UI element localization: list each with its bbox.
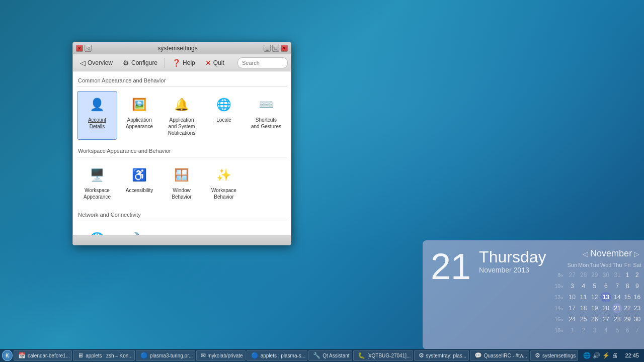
- taskbar-clock[interactable]: 22:45: [622, 352, 642, 358]
- close-button[interactable]: ✕: [76, 45, 83, 52]
- calendar-day-number: 21: [431, 248, 471, 285]
- workspace-items-grid: 🖥️ WorkspaceAppearance ♿ Accessibility 🪟…: [77, 161, 287, 204]
- cal-day-23[interactable]: 23: [633, 303, 641, 313]
- cal-day-30[interactable]: 30: [633, 314, 641, 324]
- cal-day-1-dec[interactable]: 1: [567, 325, 577, 335]
- shortcuts-label: Shortcutsand Gestures: [251, 117, 281, 130]
- battery-tray-icon[interactable]: ⚡: [602, 352, 610, 359]
- cal-day-22[interactable]: 22: [623, 303, 631, 313]
- close-button-right[interactable]: ✕: [281, 45, 288, 52]
- network-section-header: Network and Connectivity: [77, 210, 287, 221]
- workspace-behavior-item[interactable]: ✨ WorkspaceBehavior: [204, 161, 244, 204]
- cal-day-24[interactable]: 24: [567, 314, 577, 324]
- shortcuts-gestures-item[interactable]: ⌨️ Shortcutsand Gestures: [246, 91, 286, 140]
- window-behavior-item[interactable]: 🪟 WindowBehavior: [162, 161, 202, 204]
- taskbar-item-plasma[interactable]: 🔵 plasma3-turing.pr...: [136, 350, 195, 361]
- window-titlebar: ✕ ◁ systemsettings _ □ ✕: [73, 42, 291, 54]
- cal-day-3[interactable]: 3: [567, 281, 577, 291]
- taskbar-item-qt[interactable]: 🔧 Qt Assistant: [308, 350, 352, 361]
- network-tray-icon[interactable]: 🌐: [583, 352, 591, 359]
- taskbar-item-systemsettings[interactable]: ⚙ systemsettings: [530, 350, 578, 361]
- workspace-behavior-icon: ✨: [214, 165, 234, 185]
- cal-day-4-dec[interactable]: 4: [600, 325, 611, 335]
- cal-day-11[interactable]: 11: [578, 292, 589, 302]
- applets2-icon: 🔵: [251, 352, 259, 359]
- cal-day-28-oct[interactable]: 28: [578, 270, 589, 280]
- cal-day-2[interactable]: 2: [633, 270, 641, 280]
- shortcuts-icon: ⌨️: [256, 95, 276, 115]
- cal-day-5-dec[interactable]: 5: [612, 325, 622, 335]
- cal-day-6-dec[interactable]: 6: [623, 325, 631, 335]
- cal-day-27[interactable]: 27: [600, 314, 611, 324]
- taskbar-item-quassel[interactable]: 💬 QuasselIRC - #tw...: [470, 350, 529, 361]
- cal-day-2-dec[interactable]: 2: [578, 325, 589, 335]
- cal-day-12[interactable]: 12: [590, 292, 599, 302]
- maximize-button[interactable]: □: [272, 45, 279, 52]
- cal-day-28[interactable]: 28: [612, 314, 622, 324]
- cal-day-20[interactable]: 20: [600, 303, 611, 313]
- cal-day-25[interactable]: 25: [578, 314, 589, 324]
- app-appearance-label: ApplicationAppearance: [126, 117, 153, 130]
- locale-icon: 🌐: [214, 95, 234, 115]
- cal-day-21-selected[interactable]: 21: [612, 303, 622, 313]
- cal-day-29[interactable]: 29: [623, 314, 631, 324]
- cal-day-14[interactable]: 14: [612, 292, 622, 302]
- cal-day-7-dec[interactable]: 7: [633, 325, 641, 335]
- cal-day-3-dec[interactable]: 3: [590, 325, 599, 335]
- cal-day-19[interactable]: 19: [590, 303, 599, 313]
- next-month-button[interactable]: ▷: [632, 249, 641, 259]
- account-details-item[interactable]: 👤 AccountDetails: [77, 91, 117, 140]
- locale-item[interactable]: 🌐 Locale: [204, 91, 244, 140]
- cal-day-7[interactable]: 7: [612, 281, 622, 291]
- taskbar-item-systemtray[interactable]: ⚙ systemtray: plas...: [414, 350, 469, 361]
- shade-button[interactable]: ◁: [85, 45, 92, 52]
- cal-day-15[interactable]: 15: [623, 292, 631, 302]
- cal-day-18[interactable]: 18: [578, 303, 589, 313]
- cal-day-10[interactable]: 10: [567, 292, 577, 302]
- help-label: Help: [183, 59, 195, 66]
- start-button[interactable]: K: [2, 350, 13, 361]
- taskbar-item-calendar[interactable]: 📅 calendar-before1...: [14, 350, 72, 361]
- help-icon: ❓: [172, 59, 181, 67]
- calendar-month-year: November 2013: [479, 266, 546, 274]
- taskbar-item-qtbug[interactable]: 🐛 [#QTBUG-27041]...: [353, 350, 413, 361]
- ssl-preferences-item[interactable]: 🔧 SSLPreferences: [119, 225, 159, 235]
- window-behavior-label: WindowBehavior: [172, 187, 191, 200]
- cal-day-8[interactable]: 8: [623, 281, 631, 291]
- cal-day-1[interactable]: 1: [623, 270, 631, 280]
- prev-month-button[interactable]: ◁: [581, 249, 590, 259]
- accessibility-item[interactable]: ♿ Accessibility: [119, 161, 159, 204]
- overview-button[interactable]: ◁ Overview: [76, 57, 117, 69]
- taskbar-item-mykolab[interactable]: ✉ mykolab/private: [196, 350, 246, 361]
- cal-day-5[interactable]: 5: [590, 281, 599, 291]
- cal-day-9[interactable]: 9: [633, 281, 641, 291]
- taskbar-item-applets2[interactable]: 🔵 applets : plasma-s...: [247, 350, 308, 361]
- cal-day-27-oct[interactable]: 27: [567, 270, 577, 280]
- cal-header-mon: Mon: [578, 261, 589, 269]
- accessibility-icon: ♿: [129, 165, 149, 185]
- cal-day-31-oct[interactable]: 31: [612, 270, 622, 280]
- quit-button[interactable]: ✕ Quit: [201, 57, 228, 69]
- network-item[interactable]: 🌐 Network: [77, 225, 117, 235]
- printer-tray-icon[interactable]: 🖨: [612, 352, 618, 359]
- cal-day-13-today[interactable]: 13: [600, 292, 611, 302]
- cal-day-17[interactable]: 17: [567, 303, 577, 313]
- cal-day-26[interactable]: 26: [590, 314, 599, 324]
- search-input[interactable]: [237, 57, 288, 68]
- cal-day-4[interactable]: 4: [578, 281, 589, 291]
- workspace-behavior-label: WorkspaceBehavior: [211, 187, 236, 200]
- configure-button[interactable]: ⚙ Configure: [119, 57, 162, 69]
- cal-day-30-oct[interactable]: 30: [600, 270, 611, 280]
- cal-day-6[interactable]: 6: [600, 281, 611, 291]
- application-system-notifications-item[interactable]: 🔔 Applicationand SystemNotifications: [162, 91, 202, 140]
- cal-day-16[interactable]: 16: [633, 292, 641, 302]
- help-button[interactable]: ❓ Help: [168, 57, 199, 69]
- taskbar-item-terminal[interactable]: 🖥 applets : zsh – Kon...: [73, 350, 134, 361]
- cal-day-29-oct[interactable]: 29: [590, 270, 599, 280]
- minimize-button[interactable]: _: [264, 45, 271, 52]
- plasma-label: plasma3-turing.pr...: [150, 353, 193, 358]
- workspace-appearance-item[interactable]: 🖥️ WorkspaceAppearance: [77, 161, 117, 204]
- volume-tray-icon[interactable]: 🔊: [593, 352, 600, 359]
- workspace-appearance-label: WorkspaceAppearance: [84, 187, 111, 200]
- application-appearance-item[interactable]: 🖼️ ApplicationAppearance: [119, 91, 159, 140]
